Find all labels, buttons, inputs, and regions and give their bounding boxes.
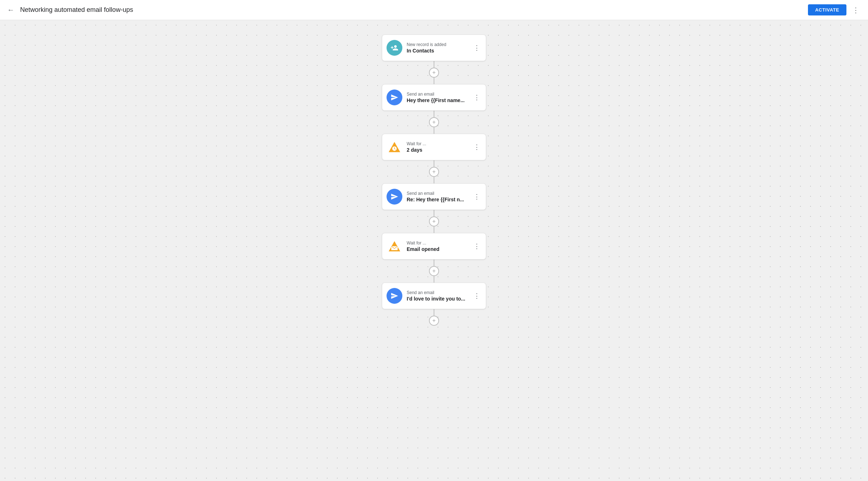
flow-card-trigger[interactable]: New record is added In Contacts ⋮ [382, 35, 486, 61]
connector: + [429, 210, 439, 233]
clock-icon [387, 139, 402, 155]
flow-card-wait1[interactable]: Wait for ... 2 days ⋮ [382, 134, 486, 160]
card-content-email3: Send an email I'd love to invite you to.… [407, 290, 468, 302]
send-icon [387, 288, 402, 304]
card-subtitle-email1: Send an email [407, 92, 468, 97]
card-content-wait1: Wait for ... 2 days [407, 141, 468, 153]
card-subtitle-email3: Send an email [407, 290, 468, 295]
connector-line [434, 111, 434, 117]
connector-line [434, 260, 434, 266]
send-icon [387, 90, 402, 105]
add-step-button[interactable]: + [429, 266, 439, 276]
add-step-button[interactable]: + [429, 167, 439, 177]
connector-line [434, 160, 434, 167]
connector: + [429, 61, 439, 84]
add-step-button[interactable]: + [429, 216, 439, 226]
card-title-email1: Hey there {{First name... [407, 97, 468, 103]
send-icon [387, 189, 402, 205]
more-menu-button[interactable]: ⋮ [849, 4, 862, 16]
card-title-trigger: In Contacts [407, 48, 468, 54]
card-menu-email3[interactable]: ⋮ [472, 292, 481, 300]
connector-line [434, 276, 434, 283]
card-subtitle-wait2: Wait for ... [407, 240, 468, 246]
card-subtitle-email2: Send an email [407, 191, 468, 196]
card-title-email2: Re: Hey there {{First n... [407, 197, 468, 202]
page-title: Networking automated email follow-ups [20, 6, 133, 14]
card-subtitle-wait1: Wait for ... [407, 141, 468, 146]
card-content-wait2: Wait for ... Email opened [407, 240, 468, 252]
flow-card-email2[interactable]: Send an email Re: Hey there {{First n...… [382, 183, 486, 210]
card-content-trigger: New record is added In Contacts [407, 42, 468, 54]
card-subtitle-trigger: New record is added [407, 42, 468, 47]
connector-line [434, 309, 434, 316]
trailing-connector: + [429, 309, 439, 326]
connector: + [429, 111, 439, 134]
connector: + [429, 260, 439, 283]
person-add-icon [387, 40, 402, 56]
flow-container: New record is added In Contacts ⋮ + Send… [376, 35, 492, 452]
card-content-email2: Send an email Re: Hey there {{First n... [407, 191, 468, 202]
connector-line [434, 226, 434, 233]
connector-line [434, 78, 434, 84]
connector-line [434, 210, 434, 216]
add-step-button[interactable]: + [429, 117, 439, 127]
card-title-email3: I'd love to invite you to... [407, 296, 468, 302]
header: ← Networking automated email follow-ups … [0, 0, 868, 20]
card-title-wait2: Email opened [407, 246, 468, 252]
connector-line [434, 177, 434, 183]
back-button[interactable]: ← [6, 4, 16, 15]
flow-card-wait2[interactable]: Wait for ... Email opened ⋮ [382, 233, 486, 260]
connector: + [429, 160, 439, 183]
connector-line [434, 61, 434, 68]
flow-canvas: New record is added In Contacts ⋮ + Send… [0, 20, 868, 481]
add-step-button[interactable]: + [429, 68, 439, 78]
flow-card-email3[interactable]: Send an email I'd love to invite you to.… [382, 283, 486, 309]
flow-card-email1[interactable]: Send an email Hey there {{First name... … [382, 84, 486, 111]
header-right: ACTIVATE ⋮ [808, 4, 862, 16]
connector-line [434, 127, 434, 134]
envelope-icon [387, 238, 402, 254]
activate-button[interactable]: ACTIVATE [808, 4, 846, 15]
add-step-button-end[interactable]: + [429, 316, 439, 326]
card-menu-trigger[interactable]: ⋮ [472, 44, 481, 52]
card-title-wait1: 2 days [407, 147, 468, 153]
header-left: ← Networking automated email follow-ups [6, 4, 133, 15]
card-menu-wait2[interactable]: ⋮ [472, 242, 481, 250]
card-menu-email2[interactable]: ⋮ [472, 193, 481, 201]
card-menu-email1[interactable]: ⋮ [472, 93, 481, 101]
card-menu-wait1[interactable]: ⋮ [472, 143, 481, 151]
card-content-email1: Send an email Hey there {{First name... [407, 92, 468, 103]
